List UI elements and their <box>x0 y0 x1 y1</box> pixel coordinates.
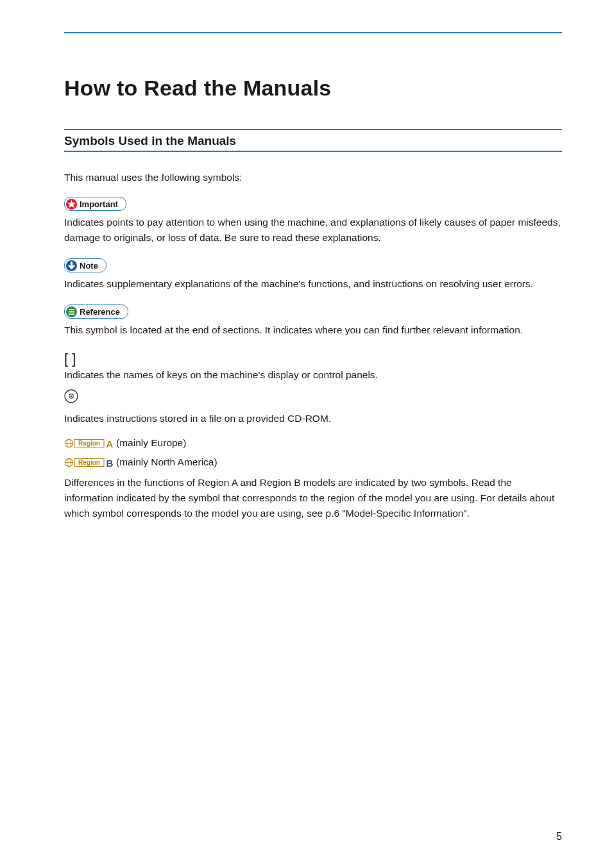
note-text: Indicates supplementary explanations of … <box>64 276 562 292</box>
region-b-line: Region B (mainly North America) <box>64 455 562 470</box>
section-rule-top <box>64 129 562 130</box>
important-text: Indicates points to pay attention to whe… <box>64 215 562 246</box>
region-b-suffix: (mainly North America) <box>116 455 217 470</box>
intro-text: This manual uses the following symbols: <box>64 170 562 185</box>
star-icon <box>66 199 77 210</box>
regions-text: Differences in the functions of Region A… <box>64 475 562 521</box>
svg-rect-3 <box>69 309 74 310</box>
svg-point-8 <box>71 396 72 397</box>
cdrom-text: Indicates instructions stored in a file … <box>64 411 562 426</box>
reference-text: This symbol is located at the end of sec… <box>64 322 562 338</box>
note-callout: Note <box>64 258 106 272</box>
svg-rect-2 <box>71 262 72 266</box>
top-rule <box>64 32 562 33</box>
region-a-label-text: Region <box>78 440 100 447</box>
region-b-badge: Region B <box>64 458 114 467</box>
page-title: How to Read the Manuals <box>64 76 562 101</box>
region-b-label-text: Region <box>78 459 100 466</box>
cdrom-icon <box>64 389 78 403</box>
region-a-suffix: (mainly Europe) <box>116 435 186 451</box>
important-callout: Important <box>64 197 126 211</box>
svg-marker-0 <box>67 200 76 208</box>
list-icon <box>66 306 77 317</box>
arrow-down-icon <box>66 260 77 271</box>
brackets-text: Indicates the names of keys on the machi… <box>64 367 562 383</box>
brackets-symbol: [ ] <box>64 351 562 367</box>
section-heading: Symbols Used in the Manuals <box>64 134 562 148</box>
important-label: Important <box>80 199 118 209</box>
reference-label: Reference <box>80 307 120 317</box>
note-label: Note <box>80 261 98 271</box>
region-a-badge: Region A <box>64 438 114 448</box>
document-page: How to Read the Manuals Symbols Used in … <box>0 0 612 868</box>
region-a-line: Region A (mainly Europe) <box>64 435 562 451</box>
section-rule-bottom <box>64 151 562 152</box>
region-a-letter: A <box>106 438 114 448</box>
reference-callout: Reference <box>64 305 128 319</box>
page-number: 5 <box>556 831 562 842</box>
svg-rect-5 <box>69 313 74 315</box>
svg-rect-4 <box>69 311 74 312</box>
region-b-letter: B <box>106 458 114 467</box>
section-heading-block: Symbols Used in the Manuals <box>64 129 562 152</box>
